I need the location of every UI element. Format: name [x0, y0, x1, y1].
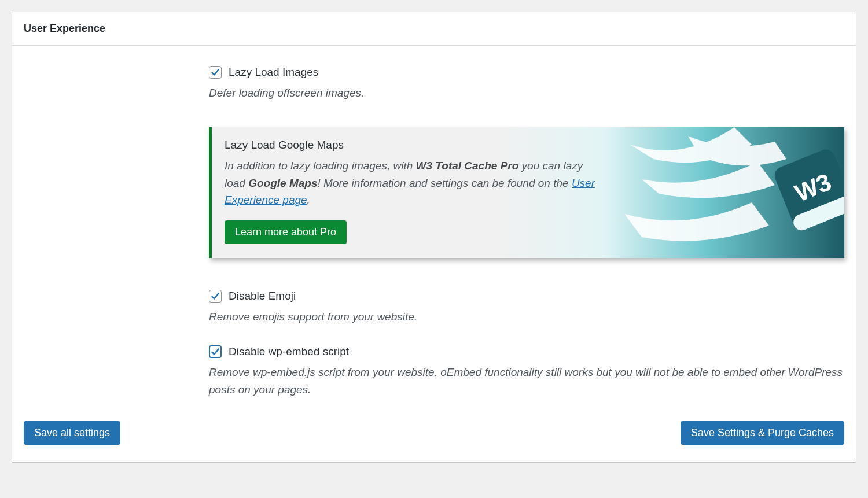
option-description: Defer loading offscreen images. — [209, 84, 844, 101]
footer-actions: Save all settings Save Settings & Purge … — [12, 398, 856, 445]
pro-promo-box: W3 Lazy Load Google Maps In addition to … — [209, 127, 844, 257]
option-disable-emoji: Disable Emoji Remove emojis support from… — [209, 290, 844, 325]
svg-text:W3: W3 — [791, 168, 835, 207]
save-settings-purge-caches-button[interactable]: Save Settings & Purge Caches — [681, 421, 844, 445]
pro-description: In addition to lazy loading images, with… — [225, 157, 595, 208]
checkbox-disable-emoji[interactable] — [209, 290, 222, 303]
option-label: Lazy Load Images — [229, 66, 318, 79]
option-disable-wp-embed: Disable wp-embed script Remove wp-embed.… — [209, 345, 844, 398]
option-description: Remove emojis support from your website. — [209, 308, 844, 325]
checkbox-lazy-load-images[interactable] — [209, 66, 222, 79]
panel-body: Lazy Load Images Defer loading offscreen… — [12, 66, 856, 398]
user-experience-panel: User Experience Lazy Load Images Defer l… — [12, 12, 856, 463]
option-description: Remove wp-embed.js script from your webs… — [209, 364, 844, 398]
option-label: Disable wp-embed script — [229, 345, 349, 358]
svg-rect-0 — [772, 147, 844, 230]
option-lazy-load-images: Lazy Load Images Defer loading offscreen… — [209, 66, 844, 101]
pro-title: Lazy Load Google Maps — [225, 139, 832, 152]
save-all-settings-button[interactable]: Save all settings — [24, 421, 120, 445]
learn-more-pro-button[interactable]: Learn more about Pro — [225, 220, 347, 244]
svg-rect-1 — [791, 194, 844, 233]
option-label: Disable Emoji — [229, 290, 296, 303]
checkbox-disable-wp-embed[interactable] — [209, 345, 222, 358]
panel-title: User Experience — [12, 12, 856, 46]
